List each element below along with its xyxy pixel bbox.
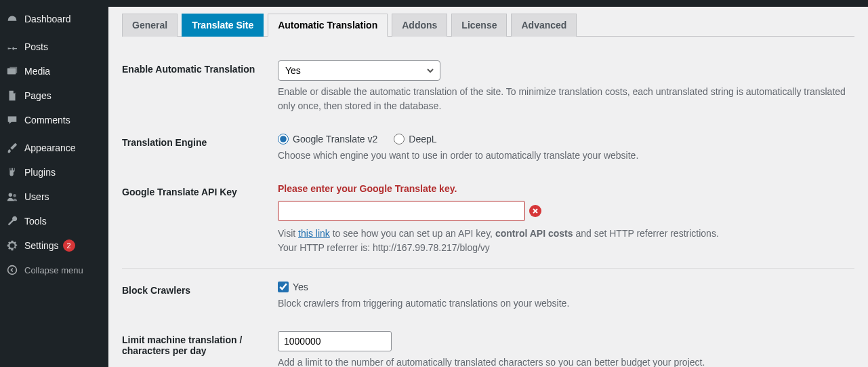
sidebar-item-settings[interactable]: Settings 2	[0, 233, 108, 258]
limit-input[interactable]	[278, 331, 392, 351]
collapse-menu[interactable]: Collapse menu	[0, 258, 108, 282]
apikey-link[interactable]: this link	[298, 228, 330, 239]
comment-icon	[5, 113, 19, 127]
block-check-label: Yes	[293, 282, 308, 292]
settings-content: General Translate Site Automatic Transla…	[108, 7, 868, 367]
users-icon	[5, 190, 19, 204]
block-checkbox[interactable]	[278, 282, 289, 292]
sidebar-item-posts[interactable]: Posts	[0, 35, 108, 59]
tab-license[interactable]: License	[451, 14, 507, 37]
tab-general[interactable]: General	[122, 14, 178, 37]
engine-google-radio[interactable]	[278, 134, 289, 144]
sidebar-item-plugins[interactable]: Plugins	[0, 160, 108, 185]
block-label: Block Crawlers	[122, 271, 271, 321]
sidebar-item-dashboard[interactable]: Dashboard	[0, 7, 108, 31]
engine-deepl-label[interactable]: DeepL	[394, 134, 436, 144]
engine-label: Translation Engine	[122, 123, 271, 173]
engine-deepl-text: DeepL	[409, 134, 436, 144]
apikey-error: Please enter your Google Translate key.	[278, 183, 848, 194]
page-icon	[5, 89, 19, 102]
limit-desc: Add a limit to the number of automatical…	[278, 355, 848, 367]
engine-deepl-radio[interactable]	[394, 134, 405, 144]
sidebar-item-label: Settings	[24, 240, 59, 251]
tab-translate-site[interactable]: Translate Site	[182, 14, 264, 37]
tab-advanced[interactable]: Advanced	[511, 14, 577, 37]
svg-point-3	[8, 266, 17, 275]
apikey-help: Visit this link to see how you can set u…	[278, 227, 848, 255]
apikey-input[interactable]	[278, 201, 525, 221]
wrench-icon	[5, 214, 19, 228]
collapse-label: Collapse menu	[24, 265, 83, 275]
svg-rect-0	[7, 69, 16, 75]
sidebar-item-label: Dashboard	[24, 14, 71, 24]
enable-select[interactable]: Yes	[278, 60, 440, 81]
collapse-icon	[5, 263, 19, 277]
gear-icon	[5, 239, 19, 252]
media-icon	[5, 64, 19, 78]
engine-desc: Choose which engine you want to use in o…	[278, 149, 848, 163]
enable-label: Enable Automatic Translation	[122, 50, 271, 123]
brush-icon	[5, 141, 19, 155]
dashboard-icon	[5, 12, 19, 26]
plug-icon	[5, 166, 19, 179]
sidebar-item-label: Posts	[24, 41, 48, 52]
sidebar-item-pages[interactable]: Pages	[0, 83, 108, 108]
sidebar-item-comments[interactable]: Comments	[0, 108, 108, 132]
sidebar-item-label: Tools	[24, 216, 47, 227]
admin-topbar	[0, 0, 868, 7]
limit-label: Limit machine translation / characters p…	[122, 321, 271, 367]
sidebar-item-label: Comments	[24, 115, 70, 125]
engine-google-text: Google Translate v2	[293, 134, 377, 144]
svg-point-2	[13, 194, 16, 197]
block-desc: Block crawlers from triggering automatic…	[278, 296, 848, 311]
apikey-referrer: Your HTTP referrer is: http://167.99.78.…	[278, 242, 490, 253]
sidebar-item-appearance[interactable]: Appearance	[0, 136, 108, 160]
settings-form-table: Enable Automatic Translation Yes Enable …	[122, 50, 854, 367]
settings-tabs: General Translate Site Automatic Transla…	[122, 14, 854, 37]
sidebar-item-label: Users	[24, 191, 49, 202]
sidebar-item-label: Pages	[24, 90, 51, 101]
sidebar-item-users[interactable]: Users	[0, 185, 108, 209]
sidebar-item-label: Plugins	[24, 167, 56, 178]
tab-automatic-translation[interactable]: Automatic Translation	[268, 14, 388, 37]
svg-point-1	[9, 193, 12, 197]
sidebar-item-label: Appearance	[24, 142, 76, 153]
admin-sidebar: Dashboard Posts Media Pages Comments	[0, 7, 108, 367]
sidebar-item-media[interactable]: Media	[0, 59, 108, 83]
sidebar-item-label: Media	[24, 66, 50, 77]
sidebar-item-tools[interactable]: Tools	[0, 209, 108, 233]
apikey-label: Google Translate API Key	[122, 173, 271, 265]
pin-icon	[5, 40, 19, 54]
engine-google-label[interactable]: Google Translate v2	[278, 134, 377, 144]
error-icon	[529, 205, 541, 217]
tab-addons[interactable]: Addons	[392, 14, 447, 37]
enable-desc: Enable or disable the automatic translat…	[278, 85, 848, 113]
separator	[122, 268, 854, 269]
settings-badge: 2	[63, 239, 75, 252]
